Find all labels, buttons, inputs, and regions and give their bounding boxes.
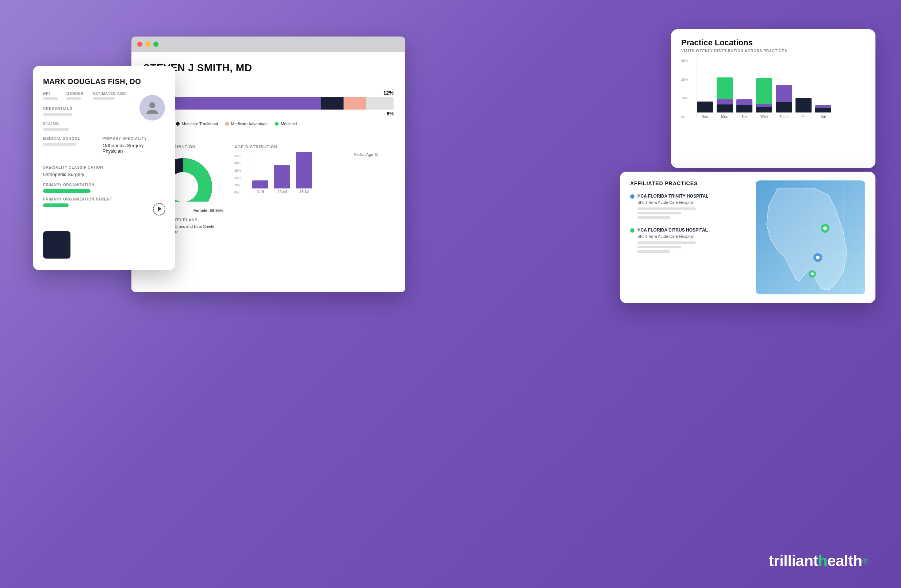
browser-close-dot[interactable] [137,42,142,47]
medical-school-label: MEDICAL SCHOOL [43,137,95,140]
payer-seg-rest [366,97,394,109]
dark-square-decoration [43,231,70,259]
age-bars: 0-19 20-44 45-64 [249,154,394,194]
age-chart-col: AGE DISTRIBUTION 50% 40% 30% 20% 10% 0% … [234,145,394,241]
age-group-20-44: 20-44 [274,165,290,194]
practice-2-bar-2 [638,246,681,248]
primary-org-parent-section: PRIMARY ORGANIZATION PARENT [43,197,165,207]
bar-sun: Sun [697,101,713,119]
bar-mon-purple [717,99,733,104]
bar-label-sat: Sat [820,115,826,119]
age-bar-0-19 [252,181,268,189]
affiliated-title: AFFILIATED PRACTICES [630,181,748,186]
primary-org-parent-label: PRIMARY ORGANIZATION PARENT [43,197,165,201]
payer-legend: Third Party Medicare Traditional Medicar… [143,122,394,126]
bar-wed-purple [756,104,772,107]
bar-label-tue: Tue [742,115,748,119]
payer-12-label: 12% [383,90,394,96]
primary-spec-label: PRIMARY SPECIALITY [103,137,165,140]
primary-org-label: PRIMARY ORGANIZATION [43,183,165,187]
svg-marker-2 [158,206,162,212]
payer-8-label: 8% [387,111,394,117]
practice-1-name: HCA FLORIDA TRINITY HOSPITAL [638,193,709,199]
legend-dot-dark [176,122,179,126]
female-pct: Female: 59.95% [193,208,223,212]
physician-name: MARK DOUGLAS FISH, DO [43,77,165,86]
legend-medicaid: Medicaid [275,122,297,126]
age-dist-label: AGE DISTRIBUTION [234,145,394,149]
bar-tue-dark [736,105,753,112]
median-age-label: Median Age: 51 [354,153,379,157]
primary-spec-value: Orthopedic Surgery Physician [103,143,165,154]
browser-minimize-dot[interactable] [145,42,150,47]
payer-seg-peach [343,97,366,109]
practice-1-type: Short Term Acute Care Hospital [638,200,748,204]
practice-2-name: HCA FLORIDA CITRUS HOSPITAL [638,228,708,232]
legend-dot-green [275,122,279,126]
bar-thurs-dark [776,102,792,112]
practice-2-bar-1 [638,242,696,244]
bar-sat-dark [815,108,831,112]
bar-mon-green [717,77,733,99]
age-label-20-44: 20-44 [277,190,287,194]
brand-registered: ® [862,556,868,566]
cursor-icon [153,203,166,219]
svg-point-15 [816,256,820,259]
practice-1-bar-3 [638,216,670,219]
practice-2-bar-3 [638,250,670,253]
medical-school-col: MEDICAL SCHOOL [43,137,95,160]
svg-point-17 [811,273,814,275]
bar-stack-fri [795,98,812,112]
affiliated-left: AFFILIATED PRACTICES HCA FLORIDA TRINITY… [630,181,748,294]
practice-2-dot [630,228,634,232]
bar-label-sun: Sun [701,115,708,119]
age-group-0-19: 0-19 [252,181,268,194]
primary-spec-col: PRIMARY SPECIALITY Orthopedic Surgery Ph… [103,137,165,160]
bar-label-mon: Mon [721,115,728,119]
practice-1-bar-1 [638,207,696,210]
legend-medicare-trad: Medicare Traditional [176,122,218,126]
bar-mon: Mon [717,77,733,119]
bar-mon-dark [717,104,733,112]
bar-sat-purple [815,105,831,108]
legend-medicare-trad-label: Medicare Traditional [182,122,218,126]
practice-subtitle: VISITS WEEKLY DISTRIBUTION ACROSS PRACTI… [681,49,865,53]
bar-fri: Fri [795,98,812,119]
svg-point-0 [149,102,155,108]
age-label-45-64: 45-64 [299,190,309,194]
map-background [756,181,865,294]
payer-mix-title: PAYER MIX [143,80,394,86]
avatar [139,95,165,120]
bar-sat: Sat [815,105,831,119]
brand-text: trilliant [769,552,818,570]
browser-fullscreen-dot[interactable] [153,42,159,47]
primary-org-value [43,189,90,193]
payer-bar-wrapper: 71% 12% 8% [143,90,394,117]
affiliated-map [756,181,865,294]
spec-class-value: Orthopedic Surgery [43,172,165,177]
practice-bar-chart: 30% 20% 10% 0% Sun Mon [681,59,865,132]
status-label: STATUS [43,122,165,126]
gender-value [67,97,81,100]
practice-y-labels: 30% 20% 10% 0% [681,59,688,119]
practice-1-bar-2 [638,212,681,214]
age-label-0-19: 0-19 [257,190,264,194]
bar-stack-sun [697,101,713,112]
legend-medicare-adv: Medicare Advantage [225,122,268,126]
status-section: STATUS [43,122,165,131]
practice-bars: Sun Mon Tue [697,59,865,119]
panel-section: PANEL GENDER DISTRIBUTION Male: 40.05% [143,135,394,241]
age-chart-area: 50% 40% 30% 20% 10% 0% Median Age: 51 0-… [234,154,394,201]
practice-2-type: Short Term Acute Care Hospital [638,234,748,239]
legend-medicaid-label: Medicaid [281,122,297,126]
practice-1-bars [638,207,748,219]
bar-fri-dark [795,98,812,112]
map-svg [756,181,865,294]
age-y-labels: 50% 40% 30% 20% 10% 0% [234,154,241,194]
age-bar-45-64 [296,152,312,189]
bar-stack-tue [736,99,753,112]
payer-seg-dark [321,97,343,109]
legend-medicare-adv-label: Medicare Advantage [231,122,268,126]
bar-label-thurs: Thurs [779,115,789,119]
bar-wed-dark [756,107,772,112]
